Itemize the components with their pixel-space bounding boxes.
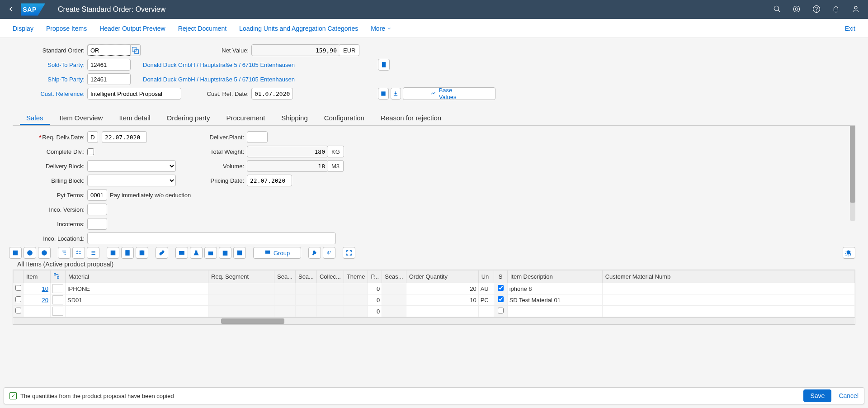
col-req-segment[interactable]: Req. Segment [208,270,274,283]
menu-propose-items[interactable]: Propose Items [46,25,87,32]
document-icon[interactable] [378,59,390,71]
tab-configuration[interactable]: Configuration [318,111,371,125]
item-link[interactable]: 10 [42,285,48,292]
item-link[interactable]: 20 [42,297,48,304]
complete-dlv-checkbox[interactable] [87,148,94,155]
inco-location1-input[interactable] [87,232,336,244]
menu-header-output-preview[interactable]: Header Output Preview [99,25,165,32]
schedule-icon[interactable] [219,247,231,259]
add-icon[interactable] [24,247,36,259]
app-header: SAP Create Standard Order: Overview [0,0,868,19]
circle-icon[interactable] [793,5,801,13]
col-cust-mat[interactable]: Customer Material Numb [602,270,854,283]
row-select-checkbox[interactable] [15,285,21,291]
s-checkbox[interactable] [498,296,504,302]
lab-icon[interactable] [190,247,203,259]
incoterms-label: Incoterms: [13,221,87,228]
col-theme[interactable]: Theme [344,270,368,283]
note-icon[interactable] [121,247,134,259]
menu-bar: Display Propose Items Header Output Prev… [0,19,868,38]
pricing-date-input[interactable] [247,175,292,186]
svg-rect-10 [135,49,139,53]
pricing-icon[interactable]: $ [323,247,335,259]
col-item-desc[interactable]: Item Description [507,270,602,283]
output-icon[interactable] [391,88,401,100]
row-select-checkbox[interactable] [15,296,21,302]
tab-reason-rejection[interactable]: Reason for rejection [374,111,448,125]
detail-icon[interactable] [9,247,22,259]
remove-icon[interactable] [38,247,51,259]
propose-icon[interactable] [378,88,389,100]
svg-point-7 [816,11,816,11]
col-collec[interactable]: Collec... [316,270,344,283]
menu-more[interactable]: More [371,25,392,32]
checklist-icon[interactable] [72,247,85,259]
output-send-icon[interactable] [107,247,119,259]
standard-order-f4-icon[interactable] [131,44,141,56]
hier-input[interactable] [52,295,63,304]
cust-ref-date-label: Cust. Ref. Date: [197,90,251,97]
tab-sales[interactable]: Sales [20,111,50,125]
gear-icon[interactable] [844,250,852,258]
col-sea2[interactable]: Sea... [295,270,316,283]
expand-icon[interactable] [343,247,355,259]
tab-scrollbar[interactable] [850,126,855,221]
tab-item-overview[interactable]: Item Overview [53,111,109,125]
svg-rect-52 [54,274,56,275]
help-icon[interactable] [812,5,821,13]
s-checkbox[interactable] [498,308,504,313]
inbox-icon[interactable] [204,247,217,259]
tab-shipping[interactable]: Shipping [275,111,314,125]
base-values-button[interactable]: Base Values [403,87,495,100]
col-item[interactable]: Item [24,270,51,283]
standard-order-input[interactable] [87,44,131,56]
delivery-block-select[interactable] [87,160,176,172]
ship-to-input[interactable] [87,73,131,85]
tab-procurement[interactable]: Procurement [220,111,271,125]
group-button[interactable]: Group [253,247,301,259]
req-deliv-date-type-input[interactable] [87,131,98,143]
col-s[interactable]: S [494,270,507,283]
pyt-terms-input[interactable] [87,189,107,201]
tab-ordering-party[interactable]: Ordering party [160,111,217,125]
col-order-qty[interactable]: Order Quantity [406,270,478,283]
link-icon[interactable] [156,247,168,259]
grid-icon[interactable] [233,247,246,259]
save-layout-icon[interactable] [136,247,148,259]
back-icon[interactable] [8,5,14,14]
inco-version-input[interactable] [87,204,107,215]
s-checkbox[interactable] [498,285,504,291]
cust-ref-date-input[interactable] [251,88,293,100]
sold-to-input[interactable] [87,59,131,71]
cust-ref-input[interactable] [87,88,181,100]
address-icon[interactable] [175,247,188,259]
menu-display[interactable]: Display [13,25,33,32]
col-p[interactable]: P... [368,270,382,283]
ship-to-address-link[interactable]: Donald Duck GmbH / Hauptstraße 5 / 67105… [143,76,295,83]
req-deliv-date-input[interactable] [102,131,147,143]
menu-reject-document[interactable]: Reject Document [178,25,226,32]
tab-item-detail[interactable]: Item detail [113,111,156,125]
hier-input[interactable] [52,307,63,316]
col-un[interactable]: Un [478,270,494,283]
svg-line-3 [778,10,780,12]
col-hier-icon[interactable] [51,270,66,283]
billing-block-select[interactable] [87,175,176,186]
bell-icon[interactable] [832,5,840,13]
sold-to-address-link[interactable]: Donald Duck GmbH / Hauptstraße 5 / 67105… [143,62,295,68]
col-material[interactable]: Material [66,270,208,283]
table-horizontal-scrollbar[interactable] [13,317,855,324]
hierarchy-icon[interactable] [58,247,71,259]
menu-loading-units[interactable]: Loading Units and Aggregation Categories [239,25,358,32]
hier-input[interactable] [52,284,63,293]
menu-exit[interactable]: Exit [845,25,855,32]
user-icon[interactable] [852,5,860,13]
search-icon[interactable] [773,5,781,13]
col-sea1[interactable]: Sea... [274,270,296,283]
wrench-icon[interactable] [308,247,321,259]
deliver-plant-input[interactable] [247,131,268,143]
incoterms-input[interactable] [87,218,107,230]
col-seas[interactable]: Seas... [382,270,406,283]
row-select-checkbox[interactable] [15,308,21,313]
list-icon[interactable] [87,247,99,259]
